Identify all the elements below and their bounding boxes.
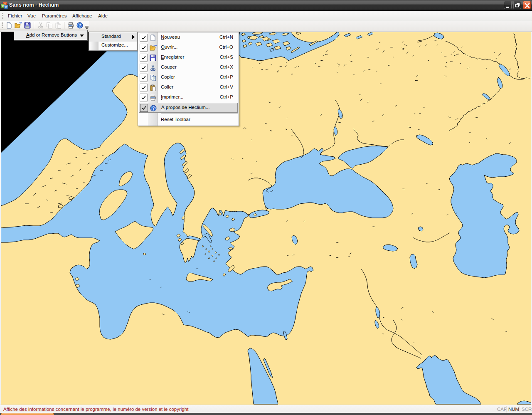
svg-text:?: ? [79, 23, 81, 28]
svg-text:?: ? [152, 106, 155, 111]
svg-text:C: C [5, 6, 7, 8]
svg-text:F: F [2, 5, 4, 7]
